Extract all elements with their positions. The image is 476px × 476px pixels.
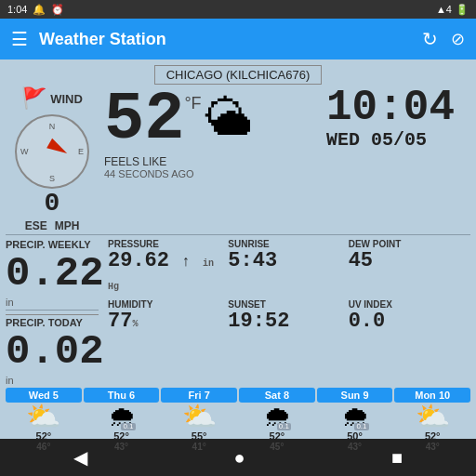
sunset-value: 19:52: [228, 310, 340, 333]
dewpoint-value: 45: [349, 249, 461, 272]
uvindex-label: UV INDEX: [349, 299, 461, 310]
dewpoint-label: DEW POINT: [349, 239, 461, 249]
forecast-weather-icon: ⛅: [26, 401, 60, 431]
wind-unit: MPH: [55, 219, 80, 232]
forecast-high: 52°: [270, 430, 285, 442]
main-content: CHICAGO (KILCHICA676) 🚩 WIND N S W E 0 E…: [0, 60, 476, 439]
sunrise-label: SUNRISE: [228, 239, 340, 249]
status-time: 1:04: [7, 4, 27, 15]
battery-icon: 🔋: [456, 4, 469, 16]
date-display: WED 05/05: [326, 129, 470, 151]
mid-data: PRESSURE 29.62 ↑ in Hg SUNRISE 5:43 DEW …: [99, 237, 470, 386]
app-title: Weather Station: [39, 30, 166, 49]
menu-icon[interactable]: ☰: [11, 28, 28, 50]
dewpoint-cell: DEW POINT 45: [345, 237, 465, 298]
status-bar: 1:04 🔔 ⏰ ▲4 🔋: [0, 0, 476, 19]
wind-label: WIND: [50, 92, 83, 106]
bottom-data: PRECIP. WEEKLY 0.22 in PRECIP. TODAY 0.0…: [6, 237, 470, 386]
forecast-low: 46°: [36, 442, 50, 452]
forecast-day: Sun 9🌧0.150°43°: [317, 388, 393, 452]
mid-row-2: HUMIDITY 77% SUNSET 19:52 UV INDEX 0.0: [104, 298, 465, 335]
precip-badge: 0.1: [354, 423, 368, 430]
feels-like-label: FEELS LIKE: [104, 155, 321, 168]
forecast-day: Fri 7⛅55°41°: [161, 388, 237, 452]
back-button[interactable]: ◀: [73, 446, 87, 469]
forecast-high: 50°: [347, 430, 363, 442]
mid-row-1: PRESSURE 29.62 ↑ in Hg SUNRISE 5:43 DEW …: [104, 237, 465, 298]
forecast-weather-icon: ⛅: [182, 401, 217, 431]
sunset-label: SUNSET: [228, 299, 340, 310]
temperature-value: 52: [104, 86, 184, 153]
uvindex-value: 0.0: [349, 310, 461, 333]
alarm-icon: ⏰: [51, 4, 64, 16]
forecast-low: 43°: [114, 442, 128, 452]
forecast-high: 55°: [192, 430, 207, 442]
temp-row: 52 °F 🌥: [104, 86, 321, 153]
refresh-icon[interactable]: ↻: [422, 28, 438, 50]
top-row: 🚩 WIND N S W E 0 ESE MPH 52 °F 🌥: [6, 86, 470, 232]
precip-today-label: PRECIP. TODAY: [6, 314, 99, 328]
forecast-icon-wrap: ⛅: [26, 403, 60, 430]
precip-today-unit: in: [6, 375, 99, 386]
wind-flag-icon: 🚩: [21, 86, 46, 111]
humidity-label: HUMIDITY: [108, 299, 220, 310]
forecast-day: Thu 6🌧0.152°43°: [84, 388, 160, 452]
forecast-icon-wrap: 🌧0.1: [263, 403, 291, 430]
app-bar-left: ☰ Weather Station: [11, 28, 166, 50]
forecast-high: 52°: [425, 430, 441, 442]
precip-badge: 0.1: [121, 423, 135, 430]
divider1: [6, 234, 470, 235]
status-left: 1:04 🔔 ⏰: [7, 4, 64, 16]
wind-speed: 0: [45, 189, 60, 218]
time-ago: 44 SECONDS AGO: [104, 168, 321, 179]
sunrise-cell: SUNRISE 5:43: [224, 237, 344, 298]
forecast-weather-icon: ⛅: [416, 401, 450, 431]
notification-icon: 🔔: [33, 4, 46, 16]
left-precip-col: PRECIP. WEEKLY 0.22 in PRECIP. TODAY 0.0…: [6, 237, 99, 386]
precip-weekly-label: PRECIP. WEEKLY: [6, 239, 99, 250]
precip-weekly-unit: in: [6, 297, 99, 308]
forecast-icon-wrap: ⛅: [416, 403, 450, 430]
wind-compass: N S W E: [15, 114, 89, 189]
forecast-high: 52°: [113, 430, 129, 442]
humidity-cell: HUMIDITY 77%: [104, 298, 224, 335]
forecast-day: Mon 10⛅52°43°: [394, 388, 470, 452]
sunset-cell: SUNSET 19:52: [224, 298, 344, 335]
wind-dir-speed: ESE MPH: [25, 219, 80, 232]
forecast-day: Wed 5⛅52°46°: [6, 388, 82, 452]
right-section: 10:04 WED 05/05: [326, 86, 470, 151]
forecast-icon-wrap: 🌧0.1: [341, 403, 369, 430]
forecast-icon-wrap: ⛅: [182, 403, 217, 430]
humidity-value: 77%: [108, 310, 220, 333]
app-bar-right: ↻ ⊘: [422, 28, 465, 50]
temperature-unit: °F: [184, 94, 201, 113]
forecast-low: 43°: [426, 442, 440, 452]
forecast-day: Sat 8🌧0.152°45°: [239, 388, 315, 452]
clock-display: 10:04: [326, 86, 470, 129]
pressure-value: 29.62 ↑ in Hg: [108, 249, 220, 296]
home-button[interactable]: ●: [233, 447, 245, 469]
uvindex-cell: UV INDEX 0.0: [345, 298, 465, 335]
center-section: 52 °F 🌥 FEELS LIKE 44 SECONDS AGO: [99, 86, 326, 179]
precip-badge: 0.1: [277, 423, 291, 430]
compass-arrow: [46, 139, 70, 158]
sunrise-value: 5:43: [228, 249, 340, 272]
forecast-low: 43°: [348, 442, 362, 452]
pressure-label: PRESSURE: [108, 239, 220, 249]
wind-label-row: 🚩 WIND: [21, 86, 83, 111]
recent-button[interactable]: ■: [391, 447, 403, 469]
pressure-cell: PRESSURE 29.62 ↑ in Hg: [104, 237, 224, 298]
wind-section: 🚩 WIND N S W E 0 ESE MPH: [6, 86, 99, 232]
forecast-high: 52°: [36, 430, 52, 442]
forecast-low: 45°: [270, 442, 284, 452]
location-off-icon[interactable]: ⊘: [451, 29, 465, 49]
forecast-icon-wrap: 🌧0.1: [108, 403, 136, 430]
divider-precip: [6, 310, 99, 311]
forecast-low: 41°: [192, 442, 206, 452]
precip-weekly-value: 0.22: [6, 250, 99, 297]
wifi-icon: ▲4: [436, 4, 452, 15]
app-bar: ☰ Weather Station ↻ ⊘: [0, 19, 476, 60]
precip-today-value: 0.02: [6, 328, 99, 375]
status-right: ▲4 🔋: [436, 4, 469, 16]
current-weather-icon: 🌥: [205, 90, 254, 146]
